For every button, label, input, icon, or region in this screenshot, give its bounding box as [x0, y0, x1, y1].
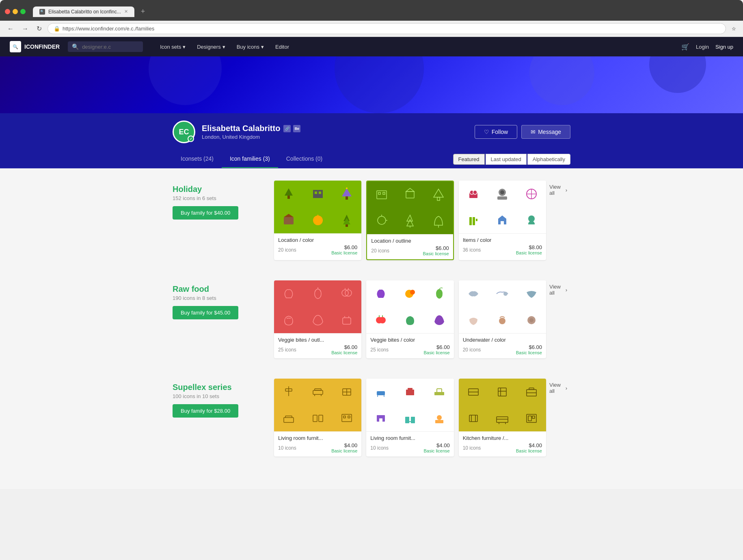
view-all-button[interactable]: View all › — [546, 280, 570, 299]
family-left: Supellex series 100 icons in 10 sets Buy… — [173, 379, 274, 426]
svg-rect-75 — [313, 415, 317, 422]
icon-set-price: $6.00 Basic license — [516, 344, 542, 355]
cart-icon[interactable]: 🛒 — [681, 43, 689, 51]
icon-set-card[interactable]: Location / color 20 icons $6.00 Basic li… — [274, 181, 361, 260]
icon-set-card[interactable]: Location / outline 20 icons $6.00 Basic … — [366, 181, 454, 260]
tabs-sort: Featured Last updated Alphabetically — [453, 151, 570, 168]
profile-left: ec ✓ Elisabetta Calabritto 🔗 Be London, … — [173, 121, 300, 143]
preview-cell — [303, 307, 333, 333]
svg-point-59 — [499, 318, 505, 324]
svg-rect-95 — [435, 420, 443, 423]
icon-set-info: Kitchen furniture /... 10 icons $4.00 Ba… — [459, 431, 546, 457]
tab-collections[interactable]: Collections (0) — [278, 151, 330, 168]
preview-cell — [488, 207, 517, 233]
nav-item-buy-icons[interactable]: Buy icons ▾ — [232, 41, 269, 53]
icon-set-price: $8.00 Basic license — [516, 244, 542, 255]
view-all-button[interactable]: View all › — [546, 181, 570, 199]
preview-cell — [274, 379, 303, 405]
svg-rect-76 — [319, 415, 323, 422]
search-input[interactable] — [82, 44, 139, 50]
preview-cell — [517, 181, 546, 207]
signup-link[interactable]: Sign up — [715, 44, 733, 50]
message-button[interactable]: ✉ Message — [521, 125, 570, 139]
tab-close-icon[interactable]: ✕ — [124, 9, 128, 14]
icon-set-preview — [274, 181, 361, 233]
preview-cell — [425, 405, 454, 431]
nav-item-icon-sets[interactable]: Icon sets ▾ — [155, 41, 190, 53]
icon-set-card[interactable]: Veggie bites / color 25 icons $6.00 Basi… — [366, 280, 454, 358]
icon-set-preview — [459, 379, 546, 431]
browser-tab[interactable]: 🔍 Elisabetta Calabritto on Iconfinc... ✕ — [33, 6, 134, 17]
svg-rect-1 — [287, 196, 290, 199]
family-name: Raw food — [173, 284, 274, 294]
browser-chrome: 🔍 Elisabetta Calabritto on Iconfinc... ✕… — [0, 0, 743, 37]
svg-rect-107 — [497, 417, 508, 422]
license-label: Basic license — [516, 350, 542, 355]
family-header: Raw food 190 icons in 8 sets Buy family … — [173, 284, 274, 319]
preview-cell — [303, 207, 333, 233]
icon-set-preview — [367, 181, 453, 234]
address-bar[interactable]: 🔒 https://www.iconfinder.com/e.c./famili… — [48, 23, 726, 34]
new-tab-button[interactable]: + — [138, 6, 149, 17]
icon-set-details: 36 icons $8.00 Basic license — [463, 244, 542, 255]
profile-section: ec ✓ Elisabetta Calabritto 🔗 Be London, … — [0, 113, 743, 168]
preview-cell — [367, 181, 395, 208]
family-name: Holiday — [173, 185, 274, 194]
buy-family-button-holiday[interactable]: Buy family for $40.00 — [173, 206, 238, 220]
icon-set-card[interactable]: Living room furnit... 10 icons $4.00 Bas… — [366, 379, 454, 457]
browser-dot-maximize[interactable] — [20, 9, 26, 14]
login-link[interactable]: Login — [696, 44, 709, 50]
license-label: Basic license — [423, 350, 449, 355]
hero-banner — [0, 56, 743, 113]
svg-rect-4 — [319, 192, 321, 194]
follow-button[interactable]: ♡ Follow — [475, 125, 517, 139]
tab-iconsets[interactable]: Iconsets (24) — [173, 151, 222, 168]
icon-set-card[interactable]: Kitchen furniture /... 10 icons $4.00 Ba… — [459, 379, 546, 457]
sort-last-updated[interactable]: Last updated — [486, 154, 527, 165]
icon-set-card[interactable]: Underwater / color 20 icons $6.00 Basic … — [459, 280, 546, 358]
price-value: $4.00 — [331, 442, 357, 448]
nav-item-editor[interactable]: Editor — [270, 41, 294, 53]
bookmark-star-icon[interactable]: ☆ — [729, 24, 738, 33]
icon-set-details: 20 icons $6.00 Basic license — [463, 344, 542, 355]
link-icon[interactable]: 🔗 — [283, 125, 291, 132]
svg-point-58 — [503, 292, 508, 296]
buy-family-button-supellex[interactable]: Buy family for $28.00 — [173, 404, 238, 418]
family-meta: 152 icons in 6 sets — [173, 195, 274, 201]
browser-dot-minimize[interactable] — [13, 9, 18, 14]
icon-set-card[interactable]: Living room furnit... 10 icons $4.00 Bas… — [274, 379, 361, 457]
refresh-button[interactable]: ↻ — [34, 23, 44, 34]
svg-rect-3 — [315, 192, 317, 194]
icon-set-info: Veggie bites / color 25 icons $6.00 Basi… — [366, 333, 454, 358]
icon-set-card[interactable]: Items / color 36 icons $8.00 Basic licen… — [459, 181, 546, 260]
preview-cell — [425, 307, 454, 333]
browser-toolbar: ← → ↻ 🔒 https://www.iconfinder.com/e.c./… — [0, 21, 743, 37]
family-section-rawfood: Raw food 190 icons in 8 sets Buy family … — [173, 280, 570, 358]
preview-cell — [517, 379, 546, 405]
icon-set-preview — [274, 280, 361, 333]
nav-item-designers[interactable]: Designers ▾ — [192, 41, 230, 53]
sort-alphabetically[interactable]: Alphabetically — [527, 154, 570, 165]
svg-rect-6 — [346, 196, 348, 200]
icon-set-name: Veggie bites / color — [370, 337, 449, 343]
svg-point-94 — [437, 415, 442, 420]
family-row: Raw food 190 icons in 8 sets Buy family … — [173, 280, 570, 358]
icon-set-card[interactable]: Veggie bites / outl... 25 icons $6.00 Ba… — [274, 280, 361, 358]
preview-cell — [366, 307, 395, 333]
sort-featured[interactable]: Featured — [453, 154, 485, 165]
buy-family-button-rawfood[interactable]: Buy family for $45.00 — [173, 306, 238, 319]
browser-dot-close[interactable] — [5, 9, 10, 14]
icon-count: 36 icons — [463, 247, 481, 253]
back-button[interactable]: ← — [5, 24, 16, 34]
tab-icon-families[interactable]: Icon families (3) — [222, 151, 278, 168]
price-value: $4.00 — [423, 442, 449, 448]
navbar-nav: Icon sets ▾ Designers ▾ Buy icons ▾ Edit… — [155, 41, 294, 53]
search-bar[interactable]: 🔍 — [68, 41, 143, 52]
view-all-button[interactable]: View all › — [546, 379, 570, 397]
icon-set-details: 20 icons $6.00 Basic license — [278, 244, 357, 255]
behance-icon[interactable]: Be — [293, 125, 300, 132]
license-label: Basic license — [331, 350, 357, 355]
family-sets-grid-holiday: Location / color 20 icons $6.00 Basic li… — [274, 181, 546, 260]
forward-button[interactable]: → — [19, 24, 31, 34]
svg-rect-113 — [532, 416, 535, 418]
